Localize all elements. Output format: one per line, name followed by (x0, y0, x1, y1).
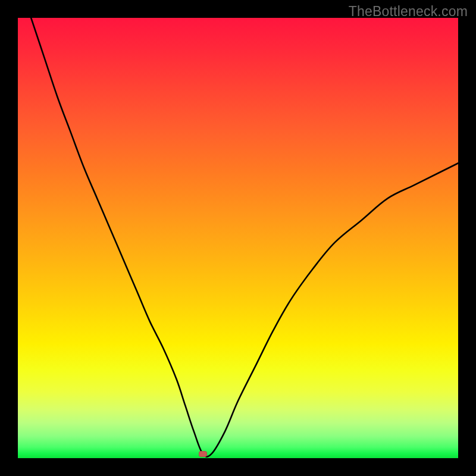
watermark-text: TheBottleneck.com (349, 4, 468, 20)
plot-area (18, 18, 458, 458)
bottleneck-curve (18, 18, 458, 458)
optimum-marker (199, 451, 207, 457)
chart-frame: TheBottleneck.com (0, 0, 476, 476)
